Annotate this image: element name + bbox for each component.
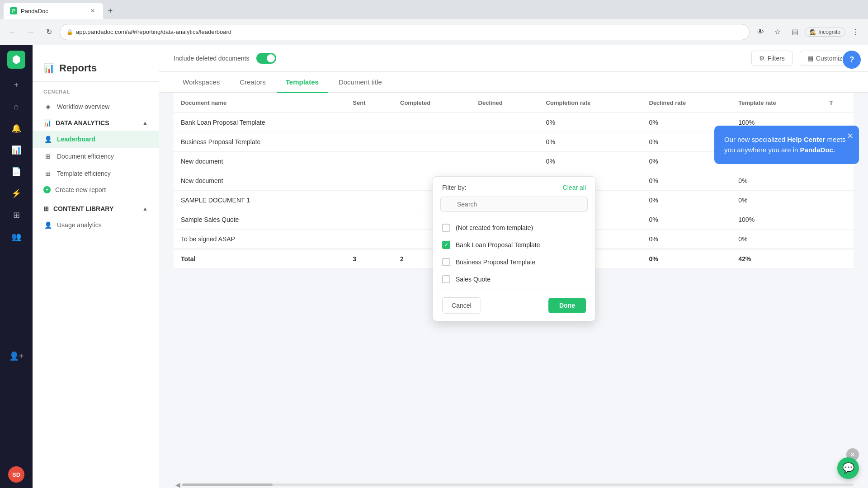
sidebar-item-workflow[interactable]: ◈ Workflow overview	[33, 98, 159, 115]
sidebar-template-efficiency-label: Template efficiency	[57, 170, 111, 177]
rail-grid-icon[interactable]: ⊞	[7, 206, 25, 224]
cell-template-rate: 0%	[731, 191, 822, 210]
lock-icon: 🔒	[66, 29, 73, 35]
cell-name: Sample Sales Quote	[174, 210, 345, 230]
left-rail: + ⌂ 🔔 📊 📄 ⚡ ⊞ 👥 👤+ SD	[0, 45, 33, 488]
content-library-label: CONTENT LIBRARY	[53, 205, 113, 212]
filter-option-not-from-template[interactable]: (Not created from template)	[433, 219, 595, 236]
back-button[interactable]: ←	[5, 25, 20, 39]
cell-name: Business Proposal Template	[174, 132, 345, 152]
sidebar-item-document-efficiency[interactable]: ⊞ Document efficiency	[33, 148, 159, 165]
cell-declined	[471, 152, 539, 171]
checkbox-bank-loan[interactable]	[442, 241, 450, 249]
tab-workspaces[interactable]: Workspaces	[174, 72, 229, 93]
sidebar-item-create-report[interactable]: + Create new report	[33, 182, 159, 197]
filter-option-business-proposal[interactable]: Business Proposal Template	[433, 253, 595, 271]
general-section-label: GENERAL	[33, 82, 159, 98]
include-deleted-toggle[interactable]	[256, 53, 276, 64]
user-avatar[interactable]: SD	[8, 466, 24, 483]
cell-template-rate: 0%	[731, 171, 822, 191]
cell-declined-rate: 0%	[642, 171, 731, 191]
scroll-left-arrow[interactable]: ◀	[174, 481, 182, 488]
tab-bar: P PandaDoc ✕ +	[0, 0, 868, 19]
incognito-label: Incognito	[818, 29, 840, 35]
cell-declined-rate: 0%	[642, 230, 731, 249]
incognito-icon: 🕵	[810, 29, 816, 35]
rail-document-icon[interactable]: 📄	[7, 163, 25, 181]
eye-slash-icon[interactable]: 👁	[753, 25, 768, 39]
scroll-track[interactable]	[182, 483, 854, 486]
tab-close-button[interactable]: ✕	[89, 7, 97, 15]
tab-creators[interactable]: Creators	[231, 72, 275, 93]
address-bar[interactable]: 🔒 app.pandadoc.com/a/#/reporting/data-an…	[60, 24, 750, 40]
star-icon[interactable]: ☆	[770, 25, 785, 39]
checkbox-sales-quote[interactable]	[442, 275, 450, 283]
col-document-name: Document name	[174, 93, 345, 113]
sidebar-document-efficiency-label: Document efficiency	[57, 153, 114, 160]
scroll-thumb[interactable]	[182, 483, 273, 486]
sidebar-data-analytics-toggle[interactable]: 📊 DATA ANALYTICS ▲	[33, 115, 159, 131]
chat-widget-button[interactable]: 💬	[837, 457, 859, 479]
cancel-button[interactable]: Cancel	[442, 297, 481, 314]
cell-sent	[345, 230, 393, 249]
sidebar-content-library-toggle[interactable]: ⊞ CONTENT LIBRARY ▲	[33, 201, 159, 216]
rail-home-icon[interactable]: ⌂	[7, 98, 25, 116]
horizontal-scrollbar[interactable]: ◀	[159, 481, 868, 488]
sidebar-workflow-label: Workflow overview	[57, 103, 109, 110]
cell-completed	[393, 152, 471, 171]
cell-completed	[393, 113, 471, 132]
help-tooltip-close-button[interactable]: ✕	[847, 130, 854, 142]
cell-completion: 0%	[539, 132, 642, 152]
filter-search-input[interactable]	[440, 197, 588, 212]
filters-button[interactable]: ⚙ Filters	[751, 51, 793, 66]
filter-option-sales-quote[interactable]: Sales Quote	[433, 271, 595, 288]
forward-button[interactable]: →	[24, 25, 38, 39]
incognito-badge: 🕵 Incognito	[805, 28, 845, 37]
sidebar-item-template-efficiency[interactable]: ⊞ Template efficiency	[33, 165, 159, 182]
rail-lightning-icon[interactable]: ⚡	[7, 184, 25, 202]
rail-people-icon[interactable]: 👥	[7, 228, 25, 246]
leaderboard-icon: 👤	[43, 135, 52, 144]
cell-sent	[345, 171, 393, 191]
sidebar-icon[interactable]: ▤	[788, 25, 802, 39]
tab-document-title[interactable]: Document title	[330, 72, 391, 93]
rail-chart-icon[interactable]: 📊	[7, 141, 25, 159]
total-declined-rate: 0%	[642, 249, 731, 269]
filter-option-not-from-template-label: (Not created from template)	[456, 224, 533, 231]
total-template-rate: 42%	[731, 249, 822, 269]
filters-btn-label: Filters	[768, 55, 785, 62]
menu-button[interactable]: ⋮	[848, 25, 863, 39]
checkbox-not-from-template[interactable]	[442, 224, 450, 232]
new-tab-button[interactable]: +	[104, 5, 117, 17]
main-content: Include deleted documents ⚙ Filters ▤ Cu…	[159, 45, 868, 488]
help-button[interactable]: ?	[843, 51, 861, 69]
filter-option-bank-loan[interactable]: Bank Loan Proposal Template	[433, 236, 595, 253]
chevron-up-icon-2: ▲	[142, 206, 148, 212]
cell-declined	[471, 132, 539, 152]
filter-options: (Not created from template) Bank Loan Pr…	[433, 217, 595, 290]
cell-t	[822, 230, 854, 249]
cell-name: Bank Loan Proposal Template	[174, 113, 345, 132]
sidebar-item-leaderboard[interactable]: 👤 Leaderboard	[33, 131, 159, 148]
total-t	[822, 249, 854, 269]
total-sent: 3	[345, 249, 393, 269]
cell-sent	[345, 210, 393, 230]
sidebar-item-usage-analytics[interactable]: 👤 Usage analytics	[33, 216, 159, 234]
rail-add-button[interactable]: +	[7, 76, 25, 94]
cell-template-rate: 0%	[731, 230, 822, 249]
browser-actions: 👁 ☆ ▤ 🕵 Incognito ⋮	[753, 25, 863, 39]
browser-tab[interactable]: P PandaDoc ✕	[4, 3, 103, 19]
checkbox-business-proposal[interactable]	[442, 258, 450, 266]
tab-templates[interactable]: Templates	[277, 72, 328, 93]
reload-button[interactable]: ↻	[42, 25, 56, 39]
cell-declined-rate: 0%	[642, 191, 731, 210]
done-button[interactable]: Done	[548, 298, 586, 313]
cell-completed	[393, 132, 471, 152]
cell-completion: 0%	[539, 113, 642, 132]
col-declined-rate: Declined rate	[642, 93, 731, 113]
rail-adduser-icon[interactable]: 👤+	[7, 347, 25, 365]
filter-option-bank-loan-label: Bank Loan Proposal Template	[456, 241, 540, 249]
clear-all-button[interactable]: Clear all	[563, 184, 586, 191]
col-completed: Completed	[393, 93, 471, 113]
rail-alert-icon[interactable]: 🔔	[7, 119, 25, 137]
